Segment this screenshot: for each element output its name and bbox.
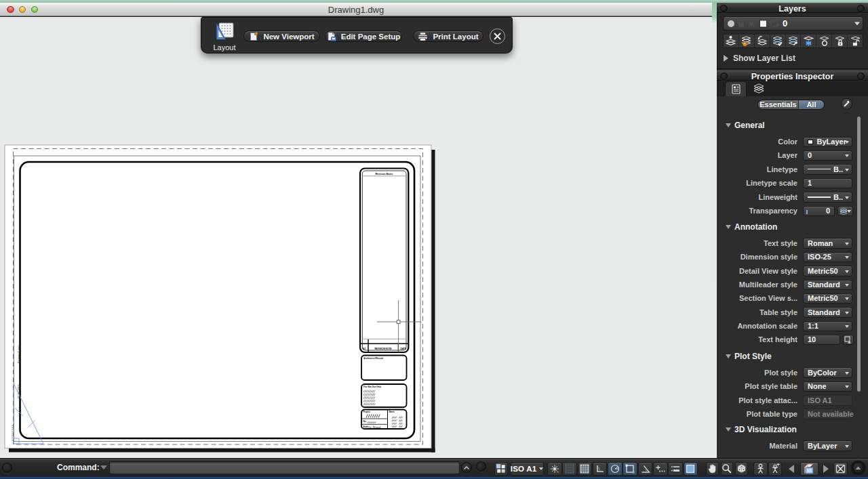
freeze-layer-button[interactable] bbox=[801, 35, 816, 47]
text-style-dropdown[interactable]: Roman bbox=[803, 238, 852, 249]
linetype-sample bbox=[808, 169, 831, 169]
linetype-dropdown[interactable]: B.. bbox=[803, 164, 852, 175]
section-plot-style[interactable]: Plot Style bbox=[726, 352, 772, 361]
current-layout-button[interactable] bbox=[800, 462, 818, 476]
text-height-pick-button[interactable] bbox=[843, 335, 854, 346]
model-space-button[interactable] bbox=[753, 462, 768, 476]
transparency-spinner[interactable]: 0 bbox=[803, 206, 835, 217]
angle-snap-button[interactable] bbox=[638, 462, 653, 476]
ortho-mode-button[interactable] bbox=[593, 462, 608, 476]
annotation-scale-dropdown[interactable]: 1:1 bbox=[803, 321, 852, 332]
window-titlebar[interactable]: Drawing1.dwg bbox=[0, 3, 712, 16]
layers-panel-button-right[interactable] bbox=[857, 5, 865, 12]
grid-snap-button[interactable] bbox=[578, 462, 593, 476]
viewport-grid-button[interactable] bbox=[494, 462, 508, 476]
layer-previous-button[interactable] bbox=[755, 35, 770, 47]
lineweight-display-button[interactable] bbox=[668, 462, 683, 476]
ortho-icon bbox=[595, 463, 606, 474]
status-panel-collapse-button[interactable] bbox=[476, 461, 486, 472]
tab-layers[interactable] bbox=[748, 81, 770, 96]
close-icon bbox=[493, 32, 502, 41]
table-style-dropdown[interactable]: Standard bbox=[803, 307, 852, 318]
text-height-input[interactable]: 10 bbox=[803, 335, 840, 346]
linetype-scale-input[interactable]: 1 bbox=[803, 178, 852, 189]
section-general[interactable]: General bbox=[726, 121, 765, 130]
print-layout-button[interactable]: Print Layout bbox=[413, 30, 484, 42]
paper-size-dropdown[interactable]: ISO A1 bbox=[511, 462, 544, 476]
section-3d-visualization[interactable]: 3D Visualization bbox=[726, 425, 797, 434]
status-bar-options-button[interactable] bbox=[852, 462, 864, 474]
snap-mode-button[interactable] bbox=[547, 462, 562, 476]
filter-all[interactable]: All bbox=[799, 100, 824, 109]
properties-scrollbar[interactable] bbox=[857, 117, 861, 392]
plot-style-dropdown[interactable]: ByColor bbox=[803, 367, 852, 378]
show-layer-list-toggle[interactable]: Show Layer List bbox=[724, 54, 795, 63]
section-annotation[interactable]: Annotation bbox=[726, 222, 777, 232]
layer-dropdown[interactable]: 0 bbox=[803, 150, 852, 161]
next-layout-button[interactable] bbox=[820, 462, 833, 476]
orbit-button[interactable] bbox=[735, 462, 748, 476]
command-label: Command: bbox=[57, 463, 100, 472]
transparency-dropdown[interactable] bbox=[837, 206, 853, 217]
command-input[interactable] bbox=[109, 461, 460, 474]
angle-icon bbox=[640, 463, 651, 474]
tab-properties[interactable] bbox=[725, 81, 747, 96]
make-current-layer-button[interactable] bbox=[770, 35, 786, 47]
drafting-modes-group bbox=[547, 462, 698, 476]
dimension-style-dropdown[interactable]: ISO-25 bbox=[803, 252, 852, 263]
chevron-down-icon bbox=[845, 372, 849, 375]
lineweight-dropdown[interactable]: B.. bbox=[803, 192, 852, 203]
polar-icon bbox=[610, 463, 620, 474]
layer-value: 0 bbox=[804, 151, 812, 159]
detail-view-style-dropdown[interactable]: Metric50 bbox=[803, 266, 852, 276]
previous-layout-button[interactable] bbox=[785, 462, 798, 476]
plot-table-type-field: Not available bbox=[803, 409, 852, 419]
filter-essentials[interactable]: Essentials bbox=[758, 100, 799, 109]
close-toolbar-button[interactable] bbox=[490, 28, 505, 44]
polar-tracking-button[interactable] bbox=[608, 462, 623, 476]
layer-off-button[interactable] bbox=[816, 35, 832, 47]
new-layer-button[interactable] bbox=[724, 35, 739, 47]
row-linetype: Linetype B.. bbox=[717, 164, 868, 175]
chevron-down-icon bbox=[845, 312, 849, 314]
command-panel-collapse-button[interactable] bbox=[2, 463, 12, 473]
layers-panel-header[interactable]: Layers bbox=[717, 3, 868, 13]
command-expand-button[interactable] bbox=[461, 462, 472, 473]
section-view-style-label: Section View s... bbox=[739, 294, 797, 302]
multileader-style-value: Standard bbox=[804, 280, 840, 289]
transparency-display-button[interactable] bbox=[684, 462, 698, 476]
maximize-viewport-button[interactable] bbox=[833, 462, 848, 476]
zoom-button[interactable] bbox=[721, 462, 734, 476]
command-history-caret[interactable] bbox=[100, 465, 107, 470]
layout-tool[interactable]: Layout bbox=[205, 22, 243, 51]
section-view-style-dropdown[interactable]: Metric50 bbox=[803, 293, 852, 304]
new-viewport-button[interactable]: New Viewport bbox=[243, 30, 320, 42]
lock-layer-button[interactable] bbox=[832, 35, 848, 47]
pan-button[interactable] bbox=[706, 462, 719, 476]
layer-select-dropdown[interactable]: 0 bbox=[723, 16, 863, 31]
layer-states-button[interactable] bbox=[739, 35, 755, 47]
layer-label: Layer bbox=[778, 151, 797, 159]
edit-page-setup-button[interactable]: Edit Page Setup bbox=[325, 30, 402, 42]
color-dropdown[interactable]: ByLayer bbox=[803, 137, 852, 148]
annotation-scale-button[interactable] bbox=[768, 462, 783, 476]
material-dropdown[interactable]: ByLayer bbox=[803, 440, 852, 451]
person-icon bbox=[755, 463, 766, 474]
multileader-style-dropdown[interactable]: Standard bbox=[803, 280, 852, 291]
object-snap-button[interactable] bbox=[623, 462, 637, 476]
object-snap-tracking-button[interactable] bbox=[653, 462, 668, 476]
paper-layout[interactable]: Revision Notes NO REVISION NOTE DATE Arc… bbox=[0, 17, 712, 459]
properties-panel-header[interactable]: Properties Inspector bbox=[717, 70, 868, 81]
plot-style-table-dropdown[interactable]: None bbox=[803, 381, 852, 392]
match-layer-button[interactable] bbox=[786, 35, 802, 47]
properties-panel-button-right[interactable] bbox=[857, 72, 865, 80]
unlock-layer-button[interactable] bbox=[848, 35, 863, 47]
grid-display-button[interactable] bbox=[562, 462, 577, 476]
drawing-canvas[interactable]: Revision Notes NO REVISION NOTE DATE Arc… bbox=[0, 17, 712, 459]
paper-size-value: ISO A1 bbox=[511, 465, 536, 473]
section-collapse-icon bbox=[726, 123, 731, 127]
row-linetype-scale: Linetype scale 1 bbox=[717, 178, 868, 189]
match-properties-button[interactable] bbox=[841, 98, 852, 110]
chevron-down-icon bbox=[845, 243, 849, 245]
plot-table-type-value: Not available bbox=[804, 410, 854, 418]
